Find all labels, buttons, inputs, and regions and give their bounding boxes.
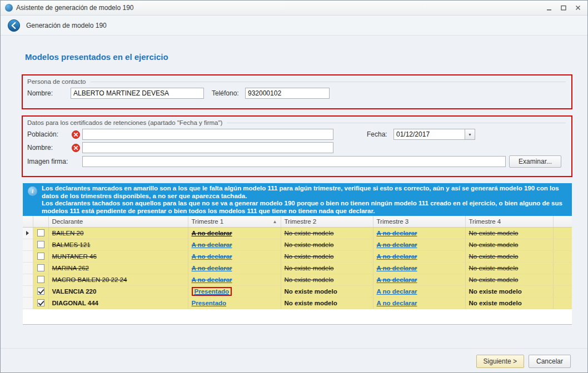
col-trimestre-3[interactable]: Trimestre 3	[373, 216, 465, 227]
table-row[interactable]: BALMES 121A no declararNo existe modeloA…	[23, 239, 572, 250]
estado-text: No existe modelo	[285, 230, 334, 236]
row-checkbox[interactable]	[37, 299, 44, 306]
trimestre-cell: A no declarar	[373, 274, 465, 285]
col-trimestre-1[interactable]: Trimestre 1▲	[188, 216, 281, 227]
telefono-label: Teléfono:	[212, 89, 245, 97]
declarante-name: MACRO BAILEN 20 22 24	[52, 276, 127, 283]
checkbox-cell	[33, 297, 48, 309]
estado-link[interactable]: A no declarar	[192, 265, 232, 271]
table-row[interactable]: MACRO BAILEN 20 22 24A no declararNo exi…	[23, 274, 572, 285]
estado-link[interactable]: A no declarar	[377, 241, 417, 248]
chevron-down-icon: ▼	[468, 133, 472, 137]
certificados-group: Datos para los certificados de retencion…	[22, 115, 572, 177]
estado-link[interactable]: Presentado	[192, 287, 232, 296]
imagen-firma-input[interactable]	[82, 156, 506, 167]
nombre-contacto-input[interactable]	[71, 88, 204, 99]
estado-link[interactable]: A no declarar	[377, 230, 417, 236]
estado-link[interactable]: A no declarar	[377, 288, 417, 295]
table-row[interactable]: VALENCIA 220PresentadoNo existe modeloA …	[23, 285, 572, 297]
col-trimestre-4[interactable]: Trimestre 4	[465, 216, 553, 227]
content: Modelos presentados en el ejercicio Pers…	[1, 36, 587, 373]
trimestre-cell: No existe modelo	[281, 250, 373, 262]
contact-group-title: Persona de contacto	[23, 75, 571, 85]
estado-text: No existe modelo	[469, 276, 519, 283]
col-filler	[553, 216, 572, 227]
declarante-name: BAILEN 20	[52, 230, 84, 236]
declarante-name: BALMES 121	[52, 241, 91, 248]
declarante-name: MUNTANER 46	[52, 253, 97, 260]
estado-link[interactable]: A no declarar	[192, 241, 232, 248]
trimestre-cell: No existe modelo	[281, 274, 373, 285]
row-indicator	[23, 297, 33, 309]
info-banner-paragraph: Los declarantes tachados son aquellos pa…	[42, 200, 567, 215]
window-title: Asistente de generación de modelo 190	[16, 4, 133, 12]
col-trimestre-2[interactable]: Trimestre 2	[281, 216, 373, 227]
row-checkbox[interactable]	[37, 264, 44, 271]
siguiente-button[interactable]: Siguiente >	[476, 355, 524, 368]
poblacion-input[interactable]	[82, 129, 333, 140]
col-trimestre-2-label: Trimestre 2	[285, 218, 317, 225]
estado-link[interactable]: A no declarar	[192, 253, 232, 260]
checkbox-cell	[33, 285, 48, 297]
certificados-group-title: Datos para los certificados de retencion…	[23, 117, 571, 127]
error-icon	[72, 130, 80, 139]
fecha-input[interactable]	[393, 129, 465, 140]
fecha-dropdown-button[interactable]: ▼	[465, 129, 475, 140]
estado-text: No existe modelo	[285, 288, 337, 295]
table-row[interactable]: MUNTANER 46A no declararNo existe modelo…	[23, 250, 572, 262]
fecha-label: Fecha:	[367, 130, 393, 138]
estado-link[interactable]: A no declarar	[192, 230, 232, 236]
trimestre-cell: A no declarar	[188, 250, 281, 262]
row-checkbox[interactable]	[37, 241, 44, 248]
row-indicator	[23, 239, 33, 250]
col-select[interactable]	[33, 216, 48, 227]
col-trimestre-3-label: Trimestre 3	[377, 218, 409, 225]
poblacion-label: Población:	[27, 130, 72, 138]
declarante-name: MARINA 262	[52, 265, 89, 271]
estado-text: No existe modelo	[469, 241, 519, 248]
trimestre-cell: No existe modelo	[465, 262, 553, 274]
declarante-name: VALENCIA 220	[52, 288, 97, 295]
minimize-button[interactable]	[543, 3, 555, 13]
row-checkbox[interactable]	[37, 288, 44, 295]
wizard-header: Generación de modelo 190	[1, 16, 587, 36]
estado-link[interactable]: A no declarar	[377, 300, 417, 306]
filler-cell	[553, 274, 572, 285]
table-row[interactable]: MARINA 262A no declararNo existe modeloA…	[23, 262, 572, 274]
estado-link[interactable]: Presentado	[192, 300, 227, 306]
estado-link[interactable]: A no declarar	[377, 276, 417, 283]
table-row[interactable]: BAILEN 20A no declararNo existe modeloA …	[23, 227, 572, 239]
col-declarante[interactable]: Declarante	[48, 216, 188, 227]
table-row[interactable]: DIAGONAL 444PresentadoNo existe modeloA …	[23, 297, 572, 309]
trimestre-cell: No existe modelo	[465, 285, 553, 297]
close-button[interactable]	[572, 3, 584, 13]
filler-cell	[553, 262, 572, 274]
trimestre-cell: A no declarar	[373, 297, 465, 309]
checkbox-cell	[33, 250, 48, 262]
filler-cell	[553, 227, 572, 239]
trimestre-cell: No existe modelo	[281, 262, 373, 274]
examinar-button[interactable]: Examinar...	[509, 155, 561, 168]
cancelar-button[interactable]: Cancelar	[529, 355, 571, 368]
estado-link[interactable]: A no declarar	[377, 265, 417, 271]
trimestre-cell: A no declarar	[373, 227, 465, 239]
telefono-input[interactable]	[245, 88, 330, 99]
grid-body: BAILEN 20A no declararNo existe modeloA …	[23, 227, 572, 309]
estado-text: No existe modelo	[285, 265, 334, 271]
maximize-button[interactable]	[557, 3, 570, 13]
grid-header-row: Declarante Trimestre 1▲ Trimestre 2 Trim…	[23, 216, 572, 227]
trimestre-cell: No existe modelo	[281, 285, 373, 297]
trimestre-cell: A no declarar	[188, 239, 281, 250]
declarante-cell: MUNTANER 46	[48, 250, 188, 262]
info-banner: i Los declarantes marcados en amarillo s…	[23, 183, 572, 216]
nombre-cert-input[interactable]	[82, 142, 333, 153]
estado-link[interactable]: A no declarar	[192, 276, 232, 283]
row-checkbox[interactable]	[37, 253, 44, 260]
row-checkbox[interactable]	[37, 276, 44, 283]
titlebar: Asistente de generación de modelo 190	[1, 1, 587, 16]
info-banner-paragraph: Los declarantes marcados en amarillo son…	[42, 185, 567, 200]
back-button[interactable]	[7, 19, 21, 32]
estado-link[interactable]: A no declarar	[377, 253, 417, 260]
trimestre-cell: Presentado	[188, 285, 281, 297]
row-checkbox[interactable]	[37, 229, 44, 236]
